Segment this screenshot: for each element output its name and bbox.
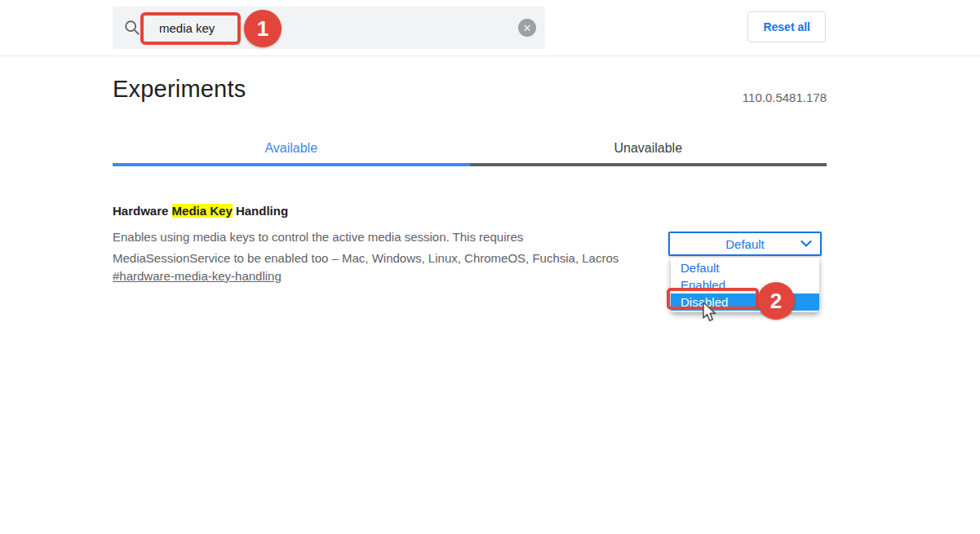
chevron-down-icon xyxy=(800,241,812,248)
flag-permalink[interactable]: #hardware-media-key-handling xyxy=(113,269,282,283)
select-dropdown-list: Default Enabled Disabled xyxy=(671,258,819,312)
tab-strip: Available Unavailable xyxy=(113,130,827,166)
tab-available-underline xyxy=(113,163,470,166)
dropdown-option-default[interactable]: Default xyxy=(671,259,819,276)
flag-select-value: Default xyxy=(725,237,765,251)
tab-available-label: Available xyxy=(264,141,317,156)
dropdown-option-disabled[interactable]: Disabled xyxy=(671,293,819,311)
flag-description-line1: Enables using media keys to control the … xyxy=(113,227,676,248)
header-bar: ✕ Reset all xyxy=(0,0,980,56)
search-bar[interactable]: ✕ xyxy=(113,7,545,49)
tab-unavailable[interactable]: Unavailable xyxy=(470,130,827,166)
reset-all-button[interactable]: Reset all xyxy=(747,11,826,42)
flag-title: Hardware Media Key Handling xyxy=(113,204,288,218)
search-icon xyxy=(123,19,141,37)
page-title: Experiments xyxy=(113,76,246,103)
dropdown-option-enabled[interactable]: Enabled xyxy=(671,276,819,293)
tab-unavailable-label: Unavailable xyxy=(614,141,682,156)
flag-title-post: Handling xyxy=(233,204,288,218)
search-input[interactable] xyxy=(141,21,518,35)
tab-unavailable-underline xyxy=(470,163,827,166)
tab-available[interactable]: Available xyxy=(113,130,470,166)
flag-select[interactable]: Default xyxy=(668,232,822,256)
clear-search-icon[interactable]: ✕ xyxy=(518,19,536,37)
flag-title-search-highlight: Media Key xyxy=(172,204,233,218)
flag-description-line2: MediaSessionService to be enabled too – … xyxy=(113,248,676,269)
version-label: 110.0.5481.178 xyxy=(743,90,827,104)
flag-title-pre: Hardware xyxy=(113,204,172,218)
flag-description: Enables using media keys to control the … xyxy=(113,227,676,269)
